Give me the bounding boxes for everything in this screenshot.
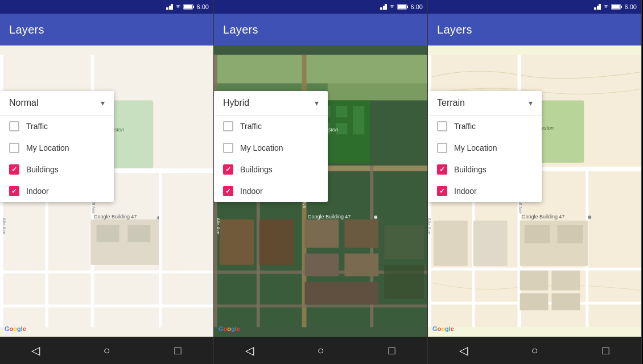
traffic-label-hybrid: Traffic [240,122,262,131]
phone-panel-normal: 6:00 Layers Charleston Park Charleston R… [0,0,214,364]
dropdown-arrow-normal: ▾ [101,98,105,107]
svg-rect-70 [259,220,294,265]
app-title-3: Layers [437,23,472,36]
svg-rect-80 [384,225,424,259]
status-bar-3: 6:00 [428,0,641,14]
svg-marker-2 [171,4,173,10]
mylocation-checkbox-terrain[interactable] [437,143,447,153]
indoor-checkbox-hybrid[interactable] [223,186,233,196]
buildings-item-hybrid[interactable]: Buildings [214,159,328,180]
indoor-label-terrain: Indoor [454,187,477,196]
recent-button-1[interactable]: □ [167,339,189,362]
svg-rect-63 [353,106,364,134]
home-button-1[interactable]: ○ [96,339,118,362]
buildings-checkbox-terrain[interactable] [437,164,447,175]
dropdown-header-hybrid[interactable]: Hybrid ▾ [214,91,328,115]
map-area-3: Charleston Park Charleston Rd Huff Ave A… [428,46,641,337]
recent-button-2[interactable]: □ [381,339,403,362]
mylocation-label-terrain: My Location [454,143,497,152]
mylocation-item-hybrid[interactable]: My Location [214,137,328,159]
home-button-3[interactable]: ○ [524,339,546,362]
svg-rect-110 [525,225,550,243]
dropdown-header-terrain[interactable]: Terrain ▾ [428,91,542,115]
indoor-checkbox-normal[interactable] [9,186,19,196]
svg-rect-5 [184,5,192,9]
time-2: 6:00 [411,3,423,10]
traffic-checkbox-terrain[interactable] [437,121,447,131]
svg-text:Google Building 47: Google Building 47 [522,214,565,220]
dropdown-header-normal[interactable]: Normal ▾ [0,91,114,115]
phone-panel-terrain: 6:00 Layers Charleston Park [428,0,642,364]
google-logo-1: Google [5,325,26,332]
battery-icon-1 [183,4,195,10]
app-title-2: Layers [223,23,258,36]
buildings-label-hybrid: Buildings [240,165,273,174]
map-area-2: Googleplex Charleston Park Charleston Rd… [214,46,427,337]
traffic-checkbox-normal[interactable] [9,121,19,131]
mylocation-item-normal[interactable]: My Location [0,137,114,159]
svg-rect-81 [384,265,424,299]
traffic-checkbox-hybrid[interactable] [223,121,233,131]
phone-panel-hybrid: 6:00 Layers [214,0,428,364]
indoor-item-normal[interactable]: Indoor [0,180,114,202]
indoor-item-hybrid[interactable]: Indoor [214,180,328,202]
svg-rect-29 [0,304,213,307]
buildings-label-normal: Buildings [26,165,59,174]
svg-rect-66 [305,254,339,276]
buildings-label-terrain: Buildings [454,165,487,174]
buildings-checkbox-normal[interactable] [9,164,19,175]
indoor-checkbox-terrain[interactable] [437,186,447,196]
svg-marker-84 [599,4,601,10]
svg-rect-69 [220,220,254,265]
back-button-1[interactable]: ◁ [24,339,47,362]
wifi-icon-1 [175,5,181,9]
back-button-3[interactable]: ◁ [452,339,475,362]
svg-rect-86 [621,6,622,8]
wifi-icon-3 [603,5,609,9]
recent-button-3[interactable]: □ [595,339,617,362]
nav-bar-1: ◁ ○ □ [0,337,213,364]
back-button-2[interactable]: ◁ [238,339,261,362]
buildings-checkbox-hybrid[interactable] [223,164,233,175]
map-area-1: Charleston Park Charleston Rd Huff Ave A… [0,46,213,337]
buildings-item-terrain[interactable]: Buildings [428,159,542,180]
traffic-item-normal[interactable]: Traffic [0,115,114,137]
svg-rect-67 [344,254,378,276]
app-bar-1: Layers [0,14,213,46]
svg-rect-31 [159,168,162,327]
mylocation-label-hybrid: My Location [240,143,283,152]
signal-icon-1 [166,4,173,10]
time-3: 6:00 [625,3,637,10]
indoor-item-terrain[interactable]: Indoor [428,180,542,202]
app-title-1: Layers [9,23,44,36]
battery-icon-2 [397,4,409,10]
dropdown-selected-hybrid: Hybrid [223,98,315,108]
dropdown-selected-terrain: Terrain [437,98,529,108]
svg-text:Alta Ave: Alta Ave [2,218,7,235]
svg-rect-25 [127,225,150,242]
google-logo-3: Google [432,325,454,332]
traffic-item-terrain[interactable]: Traffic [428,115,542,137]
mylocation-item-terrain[interactable]: My Location [428,137,542,159]
indoor-label-normal: Indoor [26,187,49,196]
buildings-item-normal[interactable]: Buildings [0,159,114,180]
status-icons-3: 6:00 [594,3,637,10]
mylocation-checkbox-normal[interactable] [9,143,19,153]
traffic-label-terrain: Traffic [454,122,476,131]
svg-point-113 [588,216,591,219]
svg-marker-0 [166,7,168,10]
nav-bar-3: ◁ ○ □ [428,337,641,364]
svg-rect-59 [336,106,347,117]
svg-rect-118 [434,221,468,266]
home-button-2[interactable]: ○ [310,339,332,362]
dropdown-arrow-terrain: ▾ [529,98,533,107]
svg-rect-119 [473,221,508,266]
mylocation-checkbox-hybrid[interactable] [223,143,233,153]
dropdown-arrow-hybrid: ▾ [315,98,319,107]
svg-text:Google Building 47: Google Building 47 [308,214,351,220]
status-icons-1: 6:00 [166,3,209,10]
traffic-label-normal: Traffic [26,122,48,131]
traffic-item-hybrid[interactable]: Traffic [214,115,328,137]
svg-marker-32 [380,7,382,10]
svg-rect-114 [520,271,549,291]
